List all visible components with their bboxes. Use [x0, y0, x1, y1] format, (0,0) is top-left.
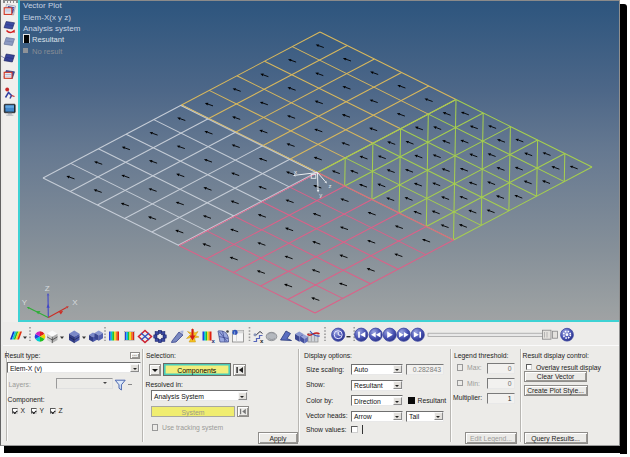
svg-text:x: x: [260, 338, 264, 344]
svg-text:x: x: [212, 338, 216, 344]
svg-text:i: i: [234, 331, 235, 336]
